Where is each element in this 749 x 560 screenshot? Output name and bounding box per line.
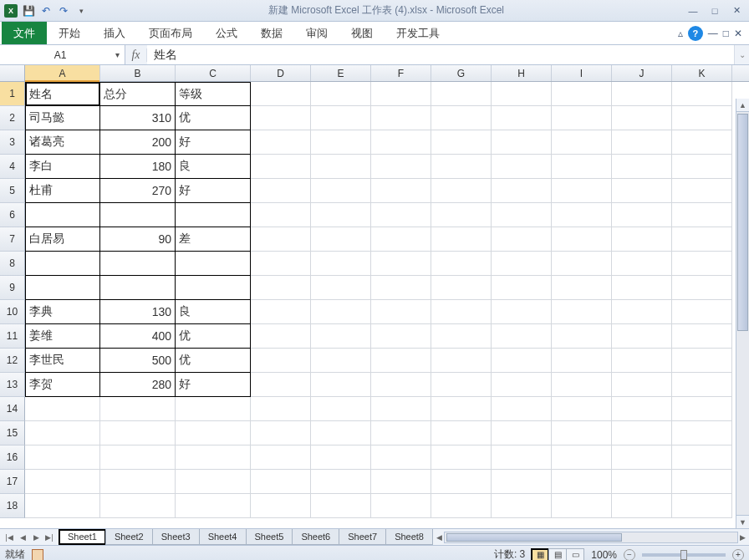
- cell-C12[interactable]: 优: [176, 349, 251, 373]
- row-header-11[interactable]: 11: [0, 324, 25, 349]
- cell-B8[interactable]: [100, 252, 176, 276]
- ribbon-tab-公式[interactable]: 公式: [204, 22, 249, 44]
- cell-C15[interactable]: [176, 421, 251, 445]
- zoom-slider[interactable]: [642, 553, 726, 557]
- cell-I15[interactable]: [552, 421, 612, 445]
- cell-H4[interactable]: [492, 155, 552, 179]
- name-box[interactable]: A1 ▾: [0, 45, 125, 64]
- cell-F7[interactable]: [371, 227, 431, 252]
- cell-J11[interactable]: [612, 324, 672, 349]
- cell-K16[interactable]: [672, 445, 732, 470]
- scroll-up-icon[interactable]: ▲: [736, 99, 749, 112]
- cell-I13[interactable]: [552, 373, 612, 397]
- cell-B13[interactable]: 280: [100, 373, 176, 397]
- cell-G4[interactable]: [431, 155, 492, 179]
- cell-J9[interactable]: [612, 276, 672, 300]
- cell-A7[interactable]: 白居易: [25, 227, 100, 252]
- cell-C9[interactable]: [176, 276, 251, 300]
- cell-D18[interactable]: [251, 494, 311, 518]
- macro-record-icon[interactable]: [32, 549, 43, 561]
- cell-C6[interactable]: [176, 203, 251, 227]
- sheet-tab-Sheet3[interactable]: Sheet3: [152, 529, 200, 545]
- close-button[interactable]: ✕: [727, 4, 746, 18]
- cell-C13[interactable]: 好: [176, 373, 251, 397]
- cell-B6[interactable]: [100, 203, 176, 227]
- cell-H16[interactable]: [492, 445, 552, 470]
- cell-A4[interactable]: 李白: [25, 155, 100, 179]
- cell-I2[interactable]: [552, 106, 612, 130]
- cell-E4[interactable]: [311, 155, 371, 179]
- cell-D11[interactable]: [251, 324, 311, 349]
- cell-E18[interactable]: [311, 494, 371, 518]
- ribbon-tab-插入[interactable]: 插入: [92, 22, 137, 44]
- cell-F8[interactable]: [371, 252, 431, 276]
- cell-H8[interactable]: [492, 252, 552, 276]
- cell-J1[interactable]: [612, 82, 672, 106]
- cell-D6[interactable]: [251, 203, 311, 227]
- cell-J7[interactable]: [612, 227, 672, 252]
- cell-B17[interactable]: [100, 470, 176, 494]
- cell-F14[interactable]: [371, 397, 431, 421]
- column-header-E[interactable]: E: [311, 65, 371, 81]
- cell-C10[interactable]: 良: [176, 300, 251, 324]
- tab-nav-first-icon[interactable]: |◀: [3, 533, 15, 542]
- cell-K13[interactable]: [672, 373, 732, 397]
- cell-D2[interactable]: [251, 106, 311, 130]
- cell-B10[interactable]: 130: [100, 300, 176, 324]
- name-box-dropdown-icon[interactable]: ▾: [115, 50, 120, 59]
- cell-E5[interactable]: [311, 179, 371, 203]
- vertical-scrollbar[interactable]: ▲ ▼: [736, 99, 749, 528]
- cell-A5[interactable]: 杜甫: [25, 179, 100, 203]
- ribbon-minimize-icon[interactable]: ▵: [678, 28, 683, 39]
- cell-I3[interactable]: [552, 130, 612, 155]
- cell-F18[interactable]: [371, 494, 431, 518]
- cell-H2[interactable]: [492, 106, 552, 130]
- ribbon-tab-数据[interactable]: 数据: [249, 22, 294, 44]
- page-layout-view-button[interactable]: ▤: [548, 548, 567, 561]
- ribbon-tab-视图[interactable]: 视图: [339, 22, 385, 44]
- cell-G3[interactable]: [431, 130, 492, 155]
- normal-view-button[interactable]: ▦: [531, 548, 549, 561]
- sheet-tab-Sheet4[interactable]: Sheet4: [199, 529, 247, 545]
- cell-I12[interactable]: [552, 349, 612, 373]
- cell-H6[interactable]: [492, 203, 552, 227]
- cell-C3[interactable]: 好: [176, 130, 251, 155]
- workbook-restore-icon[interactable]: □: [723, 28, 729, 39]
- cell-F5[interactable]: [371, 179, 431, 203]
- cell-E13[interactable]: [311, 373, 371, 397]
- cell-C4[interactable]: 良: [176, 155, 251, 179]
- cell-C14[interactable]: [176, 397, 251, 421]
- minimize-button[interactable]: —: [684, 4, 702, 18]
- cell-A15[interactable]: [25, 421, 100, 445]
- cell-A1[interactable]: 姓名: [25, 82, 100, 106]
- cell-K3[interactable]: [672, 130, 732, 155]
- cell-D15[interactable]: [251, 421, 311, 445]
- cell-K15[interactable]: [672, 421, 732, 445]
- cell-A12[interactable]: 李世民: [25, 349, 100, 373]
- cell-J8[interactable]: [612, 252, 672, 276]
- cell-C16[interactable]: [176, 445, 251, 470]
- cell-J18[interactable]: [612, 494, 672, 518]
- cell-A8[interactable]: [25, 252, 100, 276]
- cell-K5[interactable]: [672, 179, 732, 203]
- cell-J10[interactable]: [612, 300, 672, 324]
- cell-B2[interactable]: 310: [100, 106, 176, 130]
- cell-D7[interactable]: [251, 227, 311, 252]
- row-header-14[interactable]: 14: [0, 397, 25, 421]
- cell-K14[interactable]: [672, 397, 732, 421]
- cell-K4[interactable]: [672, 155, 732, 179]
- cell-D12[interactable]: [251, 349, 311, 373]
- cell-B16[interactable]: [100, 445, 176, 470]
- cell-D17[interactable]: [251, 470, 311, 494]
- zoom-out-button[interactable]: −: [624, 549, 635, 561]
- file-tab[interactable]: 文件: [2, 22, 47, 44]
- cell-K12[interactable]: [672, 349, 732, 373]
- cell-D1[interactable]: [251, 82, 311, 106]
- cell-I5[interactable]: [552, 179, 612, 203]
- save-icon[interactable]: 💾: [21, 3, 36, 18]
- select-all-corner[interactable]: [0, 65, 25, 81]
- cell-A2[interactable]: 司马懿: [25, 106, 100, 130]
- tab-nav-next-icon[interactable]: ▶: [30, 533, 42, 542]
- cell-A9[interactable]: [25, 276, 100, 300]
- sheet-tab-Sheet1[interactable]: Sheet1: [59, 529, 106, 545]
